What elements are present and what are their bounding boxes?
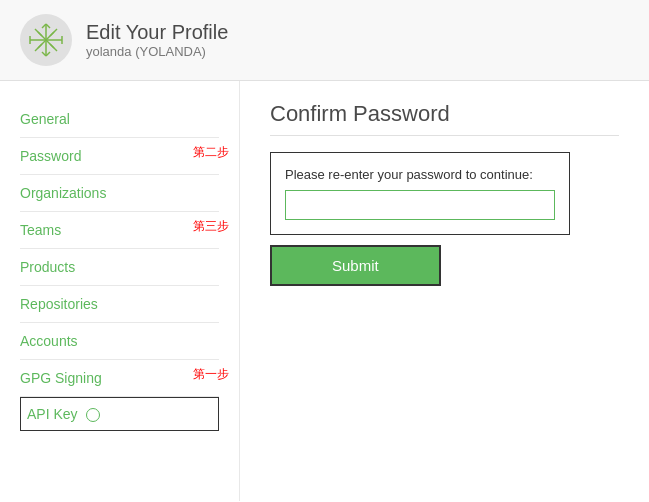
sidebar-item-repositories[interactable]: Repositories: [20, 286, 219, 323]
sidebar-item-api-key[interactable]: API Key: [20, 397, 219, 431]
sidebar: General Password 第二步 Organizations Teams…: [0, 81, 240, 501]
sidebar-label-password: Password: [20, 148, 81, 164]
sidebar-item-password[interactable]: Password 第二步: [20, 138, 219, 175]
sidebar-label-general: General: [20, 111, 70, 127]
sidebar-item-gpg-signing[interactable]: GPG Signing 第一步: [20, 360, 219, 397]
main-content: Confirm Password Please re-enter your pa…: [240, 81, 649, 501]
avatar: [20, 14, 72, 66]
annotation-gpg: 第一步: [193, 366, 229, 383]
api-key-icon: [86, 408, 100, 422]
main-layout: General Password 第二步 Organizations Teams…: [0, 81, 649, 501]
password-input[interactable]: [285, 190, 555, 220]
sidebar-label-products: Products: [20, 259, 75, 275]
sidebar-item-organizations[interactable]: Organizations: [20, 175, 219, 212]
profile-header: Edit Your Profile yolanda (YOLANDA): [0, 0, 649, 81]
sidebar-label-organizations: Organizations: [20, 185, 106, 201]
confirm-password-box: Please re-enter your password to continu…: [270, 152, 570, 235]
sidebar-label-gpg-signing: GPG Signing: [20, 370, 102, 386]
sidebar-item-general[interactable]: General: [20, 101, 219, 138]
header-text: Edit Your Profile yolanda (YOLANDA): [86, 21, 228, 59]
sidebar-label-teams: Teams: [20, 222, 61, 238]
annotation-teams: 第三步: [193, 218, 229, 235]
section-title: Confirm Password: [270, 101, 619, 136]
sidebar-item-products[interactable]: Products: [20, 249, 219, 286]
annotation-password: 第二步: [193, 144, 229, 161]
user-subtitle: yolanda (YOLANDA): [86, 44, 228, 59]
page-title: Edit Your Profile: [86, 21, 228, 44]
sidebar-label-accounts: Accounts: [20, 333, 78, 349]
submit-button-wrapper: Submit: [270, 245, 441, 286]
sidebar-item-accounts[interactable]: Accounts: [20, 323, 219, 360]
sidebar-item-teams[interactable]: Teams 第三步: [20, 212, 219, 249]
submit-button[interactable]: Submit: [272, 247, 439, 284]
confirm-label: Please re-enter your password to continu…: [285, 167, 555, 182]
sidebar-label-repositories: Repositories: [20, 296, 98, 312]
sidebar-label-api-key: API Key: [27, 406, 78, 422]
